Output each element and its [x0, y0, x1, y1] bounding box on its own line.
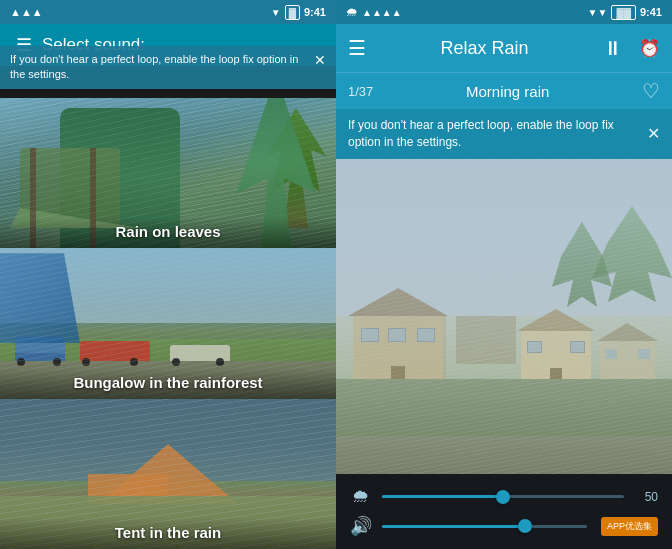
watermark: APP优选集: [601, 517, 658, 536]
top-bar: ☰ Relax Rain ⏸ ⏰: [336, 24, 672, 72]
notification-banner: If you don't hear a perfect loop, enable…: [336, 109, 672, 159]
status-right: ▼ ▓ 9:41: [271, 5, 326, 20]
controls-area: 🌧 50 🔊 APP优选集: [336, 474, 672, 549]
rain-slider-track: [382, 495, 624, 498]
rain-slider-fill: [382, 495, 503, 498]
left-notification-text: If you don't hear a perfect loop, enable…: [10, 52, 308, 83]
watermark-container: APP优选集: [597, 517, 658, 536]
volume-slider-container[interactable]: [382, 516, 587, 536]
sound-label-tent: Tent in the rain: [0, 518, 336, 549]
sound-item-tent[interactable]: Tent in the rain: [0, 399, 336, 549]
rain-slider-container[interactable]: [382, 487, 624, 507]
wifi-status-icon: ▼▼: [588, 7, 608, 18]
right-status-bar: 🌧 ▲▲▲▲ ▼▼ ▓▓ 9:41: [336, 0, 672, 24]
left-notification-banner: If you don't hear a perfect loop, enable…: [0, 46, 336, 89]
left-panel: ▲▲▲ ▼ ▓ 9:41 ☰ Select sound: If you don'…: [0, 0, 336, 549]
track-bar: 1/37 Morning rain ♡: [336, 72, 672, 109]
left-status-time: 9:41: [304, 6, 326, 18]
signal-icon: ▲▲▲: [10, 6, 43, 18]
rain-cloud-icon: 🌧: [350, 486, 372, 507]
wifi-icon: ▼: [271, 7, 281, 18]
menu-button[interactable]: ☰: [348, 36, 366, 60]
rain-control-row: 🌧 50: [350, 486, 658, 507]
rain-scene: [336, 159, 672, 474]
battery-status-icon: ▓▓: [611, 5, 636, 20]
pause-button[interactable]: ⏸: [603, 37, 623, 60]
status-left-icons: ▲▲▲: [10, 6, 43, 18]
track-title: Morning rain: [373, 83, 642, 100]
alarm-button[interactable]: ⏰: [639, 38, 660, 59]
sound-label-bungalow: Bungalow in the rainforest: [0, 368, 336, 399]
rain-volume-value: 50: [634, 490, 658, 504]
sound-item-rain-leaves[interactable]: Rain on leaves: [0, 98, 336, 248]
volume-slider-thumb[interactable]: [518, 519, 532, 533]
volume-control-row: 🔊 APP优选集: [350, 515, 658, 537]
notification-text: If you don't hear a perfect loop, enable…: [348, 117, 639, 151]
battery-icon: ▓: [285, 5, 300, 20]
app-title: Relax Rain: [378, 38, 591, 59]
rain-status-icon: 🌧: [346, 5, 358, 19]
rain-slider-thumb[interactable]: [496, 490, 510, 504]
volume-slider-fill: [382, 525, 525, 528]
right-status-right: ▼▼ ▓▓ 9:41: [588, 5, 662, 20]
right-panel: 🌧 ▲▲▲▲ ▼▼ ▓▓ 9:41 ☰ Relax Rain ⏸ ⏰ 1/37 …: [336, 0, 672, 549]
sound-label-rain-leaves: Rain on leaves: [0, 217, 336, 248]
top-bar-actions: ⏸ ⏰: [603, 37, 660, 60]
left-notification-close-btn[interactable]: ✕: [314, 52, 326, 68]
left-status-bar: ▲▲▲ ▼ ▓ 9:41: [0, 0, 336, 24]
volume-icon: 🔊: [350, 515, 372, 537]
volume-slider-track: [382, 525, 587, 528]
heart-button[interactable]: ♡: [642, 79, 660, 103]
sound-list: Rain on leaves: [0, 98, 336, 549]
signal-bars: ▲▲▲▲: [362, 7, 402, 18]
right-status-time: 9:41: [640, 6, 662, 18]
right-status-icons: 🌧 ▲▲▲▲: [346, 5, 402, 19]
main-visual: [336, 159, 672, 474]
notification-close-btn[interactable]: ✕: [647, 124, 660, 143]
sound-item-bungalow[interactable]: Bungalow in the rainforest: [0, 248, 336, 398]
track-counter: 1/37: [348, 84, 373, 99]
